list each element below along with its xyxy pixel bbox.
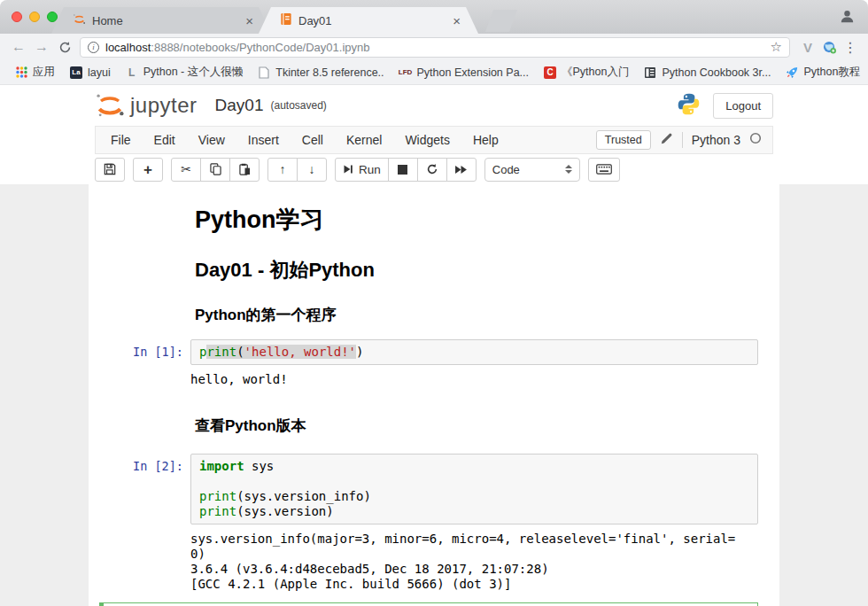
move-cell-down-button[interactable]: ↓ [297, 158, 327, 182]
bookmark-item[interactable]: Tkinter 8.5 reference.. [252, 63, 389, 82]
menu-bar: File Edit View Insert Cell Kernel Widget… [95, 126, 773, 154]
menu-help[interactable]: Help [461, 127, 510, 153]
move-cell-up-button[interactable]: ↑ [267, 158, 298, 182]
cell-type-select[interactable]: Code [484, 158, 580, 182]
run-button[interactable]: Run [335, 158, 389, 182]
kernel-name: Python 3 [692, 133, 740, 147]
bookmark-item[interactable]: L Python - 这个人很懒 [120, 62, 249, 82]
kernel-idle-indicator-icon [749, 132, 762, 148]
code-input[interactable]: import sys print(sys.version_info) print… [190, 454, 758, 524]
bookmark-star-icon[interactable]: ☆ [771, 39, 782, 55]
bookmark-item[interactable]: Python Cookbook 3r... [638, 63, 776, 82]
close-window-button[interactable] [12, 12, 22, 22]
trusted-button[interactable]: Trusted [596, 130, 651, 150]
extension-v-icon[interactable]: V [797, 40, 818, 55]
close-tab-icon[interactable]: × [451, 14, 462, 27]
step-forward-icon [343, 164, 353, 175]
profile-icon[interactable] [839, 8, 856, 28]
browser-window: Home × Day01 × ← → [0, 0, 868, 606]
bookmark-item[interactable]: C 《Python入门 [538, 62, 634, 82]
input-prompt: In [2]: [99, 454, 190, 524]
cut-cells-button[interactable]: ✂ [171, 158, 201, 182]
output-area-1: hello, world! [99, 365, 758, 389]
menu-widgets[interactable]: Widgets [393, 127, 461, 153]
browser-menu-icon[interactable]: ⋮ [840, 39, 861, 56]
output-prompt [99, 372, 190, 387]
markdown-cell-h2[interactable]: Day01 - 初始Python [195, 257, 758, 284]
notebook-page: Python学习 Day01 - 初始Python Python的第一个程序 I… [0, 184, 868, 606]
arrow-up-icon: ↑ [280, 163, 286, 175]
logout-button[interactable]: Logout [713, 93, 773, 119]
code-cell-1[interactable]: In [1]: print('hello, world!') [99, 339, 758, 365]
bookmark-item[interactable]: Python教程 [779, 62, 865, 82]
add-cell-button[interactable]: + [133, 158, 163, 182]
paste-icon [239, 163, 251, 175]
menu-edit[interactable]: Edit [143, 127, 187, 153]
new-tab-button[interactable] [485, 10, 517, 32]
extension-globe-icon[interactable] [818, 40, 840, 55]
restart-run-all-button[interactable] [446, 158, 477, 182]
save-button[interactable] [95, 158, 125, 182]
notebook-toolbar: + ✂ ↑ ↓ [0, 154, 868, 184]
tab-day01[interactable]: Day01 × [259, 7, 478, 34]
notebook-container: Python学习 Day01 - 初始Python Python的第一个程序 I… [89, 184, 779, 606]
code-cell-2[interactable]: In [2]: import sys print(sys.version_inf… [99, 454, 758, 524]
bookmark-item[interactable]: La layui [64, 63, 116, 82]
command-palette-button[interactable] [588, 158, 620, 182]
book-lines-favicon [643, 66, 657, 80]
menu-cell[interactable]: Cell [291, 127, 335, 153]
paste-cells-button[interactable] [229, 158, 260, 182]
close-tab-icon[interactable]: × [244, 14, 255, 27]
restart-icon [426, 163, 438, 175]
menu-kernel[interactable]: Kernel [335, 127, 393, 153]
menu-row: File Edit View Insert Cell Kernel Widget… [0, 126, 868, 154]
apps-grid-icon [14, 66, 28, 80]
edit-mode-pencil-icon [660, 132, 673, 149]
bookmark-item[interactable]: 应用 [9, 62, 60, 82]
scissors-icon: ✂ [181, 163, 191, 175]
notebook-book-icon [280, 12, 292, 28]
python-logo-icon [677, 92, 701, 120]
menu-view[interactable]: View [187, 127, 236, 153]
divider [682, 132, 683, 148]
notebook-title[interactable]: Day01 [215, 96, 264, 115]
tab-title: Day01 [298, 14, 451, 27]
bookmark-item[interactable]: LFD Python Extension Pa... [393, 63, 534, 82]
forward-icon[interactable]: → [30, 36, 53, 58]
title-bar: Home × Day01 × [0, 0, 868, 34]
interrupt-kernel-button[interactable] [388, 158, 418, 182]
tab-title: Home [92, 14, 244, 27]
markdown-cell-h1[interactable]: Python学习 [195, 204, 758, 236]
url-text: localhost:8888/notebooks/PythonCode/Day0… [105, 41, 765, 54]
menu-file[interactable]: File [99, 127, 143, 153]
plus-icon: + [143, 162, 152, 177]
output-area-2: sys.version_info(major=3, minor=6, micro… [99, 524, 758, 594]
code-input[interactable]: print('hello, world!') [190, 339, 758, 365]
reload-icon[interactable] [53, 36, 76, 58]
jupyter-logo[interactable]: jupyter [95, 92, 198, 119]
keyboard-icon [596, 164, 612, 175]
copy-cells-button[interactable] [200, 158, 230, 182]
lfd-favicon: LFD [399, 66, 413, 80]
autosave-status: (autosaved) [270, 99, 326, 112]
jupyter-header: jupyter Day01 (autosaved) Logout [0, 85, 868, 126]
address-bar: ← → i localhost:8888/notebooks/PythonCod… [0, 34, 868, 60]
select-arrows-icon [565, 165, 572, 174]
code-cell-3-selected[interactable]: In [ ]: [99, 602, 758, 606]
back-icon[interactable]: ← [7, 36, 30, 58]
minimize-window-button[interactable] [29, 12, 40, 22]
jupyter-logo-icon [95, 92, 125, 119]
jupyter-logo-text: jupyter [130, 93, 198, 118]
tab-home[interactable]: Home × [51, 7, 271, 34]
copy-icon [210, 163, 221, 175]
site-info-icon[interactable]: i [88, 42, 99, 53]
restart-kernel-button[interactable] [417, 158, 447, 182]
menu-insert[interactable]: Insert [236, 127, 291, 153]
output-prompt [99, 532, 190, 592]
url-input[interactable]: i localhost:8888/notebooks/PythonCode/Da… [80, 37, 790, 58]
markdown-cell-h3[interactable]: Python的第一个程序 [195, 305, 758, 325]
document-icon [257, 66, 271, 80]
markdown-cell-h3[interactable]: 查看Python版本 [195, 416, 758, 436]
zoom-window-button[interactable] [47, 12, 58, 22]
floppy-icon [104, 163, 116, 175]
